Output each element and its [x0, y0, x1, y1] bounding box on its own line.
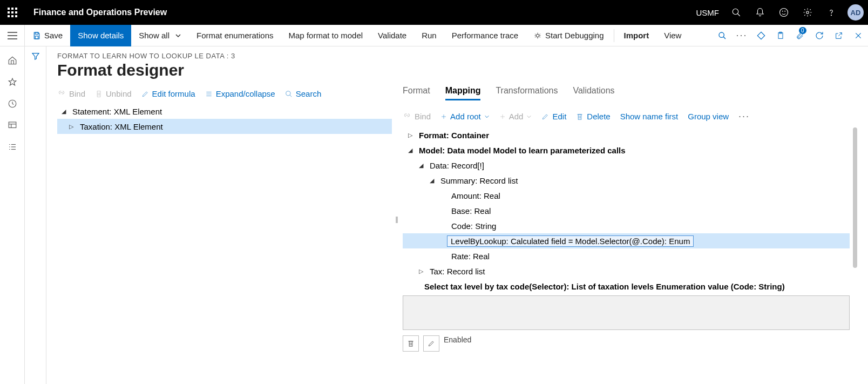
svg-rect-1	[11, 8, 13, 10]
clock-icon[interactable]	[0, 93, 25, 114]
tree-node-label: Statement: XML Element	[68, 107, 162, 116]
start-debugging-label: Start Debugging	[545, 31, 603, 40]
svg-point-12	[782, 11, 783, 11]
help-icon[interactable]	[819, 0, 843, 25]
map-node-base[interactable]: Base: Real	[403, 203, 850, 218]
svg-line-10	[737, 14, 740, 16]
map-node-amount[interactable]: Amount: Real	[403, 188, 850, 203]
collapse-icon[interactable]: ◢	[406, 147, 415, 154]
collapse-icon[interactable]: ◢	[59, 108, 68, 115]
chevron-down-icon	[526, 114, 532, 119]
add-root-button[interactable]: Add root	[440, 112, 490, 121]
search-button[interactable]: Search	[285, 89, 322, 98]
map-node-levelbylookup[interactable]: LevelByLookup: Calculated field = Model.…	[403, 233, 850, 248]
refresh-icon[interactable]	[810, 25, 829, 46]
delete-button[interactable]: Delete	[576, 112, 610, 121]
company-code[interactable]: USMF	[691, 8, 725, 17]
attachments-icon[interactable]: 0	[790, 25, 810, 46]
map-node-rate[interactable]: Rate: Real	[403, 248, 850, 264]
more-mapping-icon[interactable]: ···	[738, 111, 750, 122]
show-name-first-button[interactable]: Show name first	[620, 112, 679, 121]
run-button[interactable]: Run	[414, 25, 444, 46]
svg-point-15	[831, 15, 831, 16]
map-node-format[interactable]: ▷Format: Container	[403, 127, 850, 143]
map-format-to-model-button[interactable]: Map format to model	[281, 25, 371, 46]
tab-mapping[interactable]: Mapping	[445, 86, 481, 100]
collapse-icon[interactable]: ◢	[417, 162, 425, 169]
add-button: Add	[499, 112, 532, 121]
svg-rect-38	[97, 91, 100, 97]
map-node-data[interactable]: ◢Data: Record[!]	[403, 158, 850, 173]
popout-icon[interactable]	[829, 25, 849, 46]
edit-small-button[interactable]	[423, 335, 439, 352]
start-debugging-button[interactable]: Start Debugging	[526, 25, 611, 46]
performance-trace-button[interactable]: Performance trace	[444, 25, 526, 46]
tab-format[interactable]: Format	[403, 86, 430, 100]
tab-validations[interactable]: Validations	[573, 86, 614, 100]
validate-button[interactable]: Validate	[370, 25, 414, 46]
tree-node-taxation[interactable]: ▷ Taxation: XML Element	[57, 119, 392, 134]
scrollbar[interactable]	[853, 127, 857, 268]
svg-rect-4	[11, 11, 13, 14]
modules-icon[interactable]	[0, 136, 25, 158]
format-enumerations-button[interactable]: Format enumerations	[189, 25, 281, 46]
smiley-icon[interactable]	[772, 0, 796, 25]
map-node-label: Format: Container	[415, 131, 489, 140]
map-node-code[interactable]: Code: String	[403, 218, 850, 233]
show-all-label: Show all	[139, 31, 169, 40]
user-avatar[interactable]: AD	[847, 4, 864, 21]
svg-rect-3	[8, 11, 10, 14]
expand-icon[interactable]: ▷	[67, 123, 76, 130]
more-commands-icon[interactable]: ···	[732, 25, 751, 46]
view-button[interactable]: View	[656, 25, 689, 46]
svg-point-44	[286, 91, 290, 95]
map-node-label: Summary: Record list	[436, 176, 518, 185]
save-button[interactable]: Save	[25, 25, 70, 46]
selection-description: Select tax level by tax code(Selector): …	[403, 279, 850, 295]
formula-display-box[interactable]	[403, 295, 850, 330]
panel-resize-handle[interactable]: ‖	[395, 215, 397, 223]
diamond-icon[interactable]	[751, 25, 771, 46]
svg-rect-7	[11, 15, 13, 17]
svg-rect-29	[9, 122, 16, 128]
unbind-label: Unbind	[106, 89, 132, 98]
collapse-icon[interactable]: ◢	[428, 177, 436, 184]
search-icon[interactable]	[724, 0, 748, 25]
show-all-button[interactable]: Show all	[131, 25, 189, 46]
map-node-tax[interactable]: ▷Tax: Record list	[403, 264, 850, 279]
filter-icon[interactable]	[31, 52, 40, 384]
star-icon[interactable]	[0, 71, 25, 93]
map-node-label: Base: Real	[447, 206, 491, 215]
svg-point-22	[719, 32, 724, 37]
tree-node-statement[interactable]: ◢ Statement: XML Element	[57, 104, 392, 119]
show-details-button[interactable]: Show details	[70, 25, 131, 46]
clipboard-icon[interactable]	[771, 25, 790, 46]
svg-rect-6	[8, 15, 10, 17]
app-launcher-icon[interactable]	[0, 0, 25, 25]
map-node-model[interactable]: ◢Model: Data model Model to learn parame…	[403, 143, 850, 158]
home-icon[interactable]	[0, 50, 25, 71]
map-node-summary[interactable]: ◢Summary: Record list	[403, 173, 850, 188]
page-title: Format designer	[57, 61, 857, 79]
delete-small-button[interactable]	[403, 335, 419, 352]
svg-rect-2	[15, 8, 17, 10]
bind-button: Bind	[57, 89, 85, 98]
edit-formula-button[interactable]: Edit formula	[141, 89, 195, 98]
hamburger-icon[interactable]	[0, 25, 25, 46]
bell-icon[interactable]	[748, 0, 772, 25]
map-bind-label: Bind	[415, 112, 431, 121]
expand-collapse-button[interactable]: Expand/collapse	[205, 89, 275, 98]
import-button[interactable]: Import	[616, 25, 657, 46]
gear-icon[interactable]	[796, 0, 819, 25]
expand-icon[interactable]: ▷	[417, 268, 425, 275]
edit-button[interactable]: Edit	[541, 112, 566, 121]
svg-rect-8	[15, 15, 17, 17]
expand-icon[interactable]: ▷	[406, 132, 415, 139]
search-label: Search	[296, 89, 322, 98]
search-command-icon[interactable]	[713, 25, 732, 46]
close-icon[interactable]	[849, 25, 868, 46]
edit-label: Edit	[552, 112, 566, 121]
group-view-button[interactable]: Group view	[688, 112, 729, 121]
workspaces-icon[interactable]	[0, 114, 25, 136]
tab-transformations[interactable]: Transformations	[496, 86, 558, 100]
